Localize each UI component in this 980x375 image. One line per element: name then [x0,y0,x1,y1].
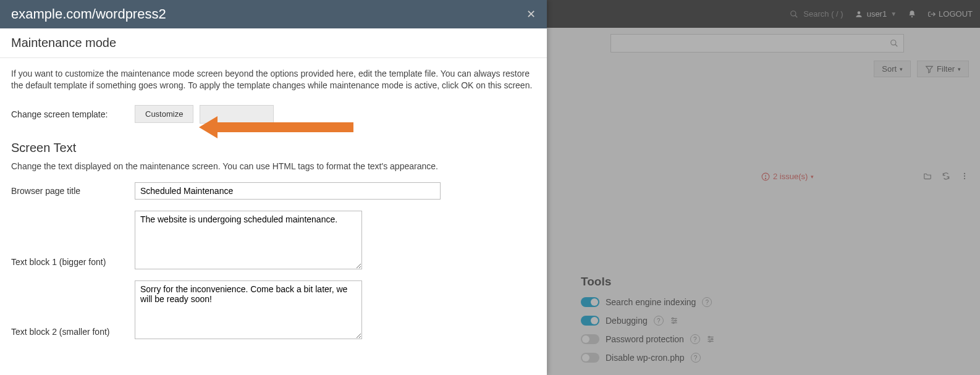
text1-row: Text block 1 (bigger font) [11,211,536,269]
text2-textarea[interactable] [135,280,362,339]
browser-title-label: Browser page title [11,186,135,196]
page-heading: Maintenance mode [11,36,536,50]
text1-label: Text block 1 (bigger font) [11,257,135,269]
browser-title-input[interactable] [135,182,441,200]
maintenance-mode-modal: example.com/wordpress2 ✕ Maintenance mod… [0,0,547,375]
modal-title: example.com/wordpress2 [11,6,166,22]
modal-body: If you want to customize the maintenance… [0,58,547,375]
text2-label: Text block 2 (smaller font) [11,327,135,339]
template-row: Change screen template: Customize [11,105,536,124]
screen-text-desc: Change the text displayed on the mainten… [11,161,536,171]
text1-textarea[interactable] [135,211,362,269]
modal-subheader: Maintenance mode [0,28,547,58]
description-text: If you want to customize the maintenance… [11,68,536,91]
customize-button[interactable]: Customize [135,105,193,123]
text2-row: Text block 2 (smaller font) [11,280,536,339]
secondary-button[interactable] [200,105,274,124]
close-icon[interactable]: ✕ [526,7,536,21]
browser-title-row: Browser page title [11,182,536,200]
template-label: Change screen template: [11,109,135,119]
screen-text-heading: Screen Text [11,141,536,155]
modal-header: example.com/wordpress2 ✕ [0,0,547,28]
